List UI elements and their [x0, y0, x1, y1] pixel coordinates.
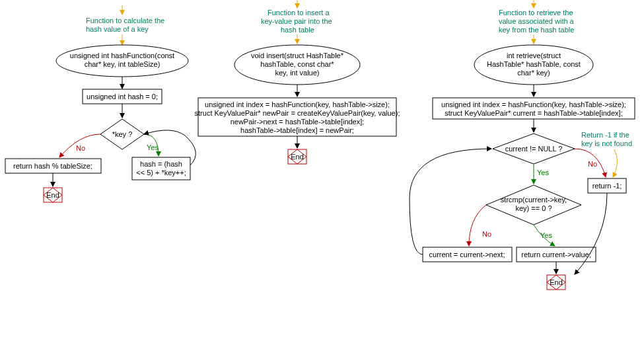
loop-body-line: << 5) + *key++; [136, 169, 186, 177]
signature-line: unsigned int hashFunction(const [70, 52, 174, 59]
decision-text: *key ? [112, 130, 133, 138]
comment-text: Return -1 if the [581, 131, 629, 139]
body-line: newPair->next = hashTable->table[index]; [231, 118, 365, 126]
comment-text: Function to calculate the [86, 17, 164, 24]
end-text: End [291, 153, 304, 161]
no-label: No [588, 160, 597, 168]
signature-line: int retrieve(struct [507, 52, 561, 59]
flowchart-canvas: Function to calculate the hash value of … [0, 0, 644, 355]
no-label: No [76, 144, 85, 152]
end-text: End [46, 191, 59, 199]
body-line: unsigned int index = hashFunction(key, h… [441, 100, 626, 108]
decision-text: strcmp(current->key, [501, 196, 567, 204]
body-line: unsigned int index = hashFunction(key, h… [205, 100, 390, 108]
comment-text: key is not found [581, 139, 632, 147]
decision-text: current != NULL ? [505, 145, 563, 153]
body-line: hashTable->table[index] = newPair; [240, 126, 354, 134]
comment-text: Function to insert a [268, 9, 330, 17]
signature-line: char* key, int tableSize) [85, 60, 161, 68]
comment-text: hash table [281, 26, 314, 34]
body-line: struct KeyValuePair* current = hashTable… [445, 109, 622, 117]
yes-label: Yes [147, 143, 159, 151]
advance-text: current = current->next; [429, 251, 505, 258]
flowchart-2: Function to insert a key-value pair into… [195, 0, 400, 164]
decision-text: key) == 0 ? [515, 204, 552, 212]
comment-text: value associated with a [499, 17, 575, 25]
return-notfound-text: return -1; [592, 182, 622, 190]
comment-text: Function to retrieve the [499, 9, 573, 17]
signature-line: char* key) [517, 69, 550, 77]
body-line: struct KeyValuePair* newPair = createKey… [195, 109, 400, 117]
return-found-text: return current->value; [521, 251, 590, 258]
signature-line: void insert(struct HashTable* [251, 52, 344, 59]
signature-line: key, int value) [275, 69, 319, 77]
signature-line: HashTable* hashTable, const [487, 60, 581, 68]
end-text: End [550, 278, 563, 286]
comment-text: key from the hash table [499, 26, 574, 34]
no-label: No [482, 230, 491, 238]
flowchart-1: Function to calculate the hash value of … [5, 5, 196, 202]
flowchart-3: Function to retrieve the value associate… [410, 0, 635, 290]
return-text: return hash % tableSize; [13, 162, 92, 170]
comment-text: key-value pair into the [261, 17, 332, 25]
init-text: unsigned int hash = 0; [87, 93, 158, 100]
yes-label: Yes [537, 169, 549, 177]
comment-text: hash value of a key [86, 25, 149, 33]
loop-body-line: hash = (hash [140, 160, 182, 168]
signature-line: hashTable, const char* [260, 60, 334, 68]
yes-label: Yes [540, 231, 552, 239]
